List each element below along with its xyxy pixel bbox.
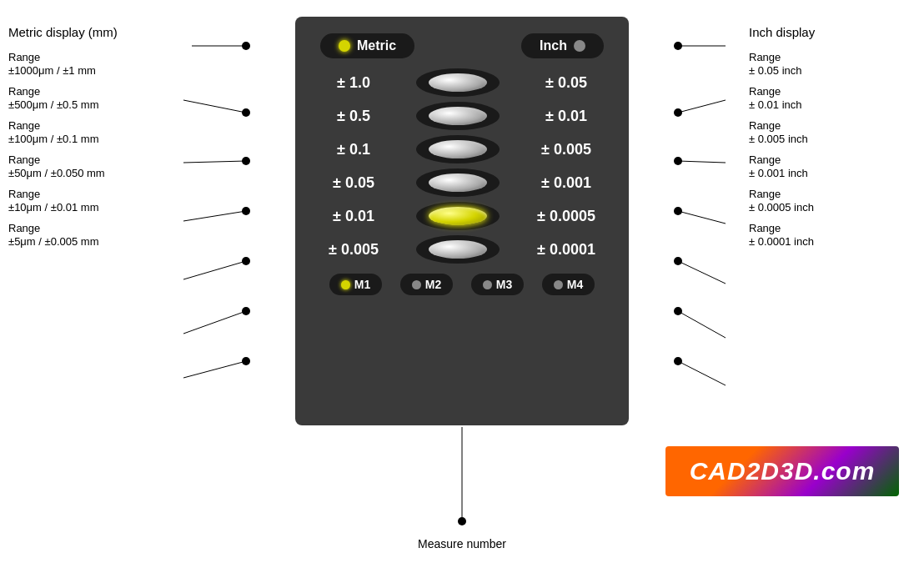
- range-row-2: ± 0.1 ± 0.005: [320, 135, 604, 163]
- m3-label: M3: [496, 278, 512, 291]
- right-range-3: Range ± 0.005 inch: [749, 119, 916, 145]
- inch-button[interactable]: Inch: [521, 33, 604, 58]
- range-row-0: ± 1.0 ± 0.05: [320, 68, 604, 97]
- m4-label: M4: [567, 278, 583, 291]
- oval-btn-2[interactable]: [416, 135, 500, 163]
- inch-val-5: ± 0.0001: [529, 241, 604, 259]
- range-row-1: ± 0.5 ± 0.01: [320, 102, 604, 130]
- inch-label: Inch: [540, 38, 567, 53]
- mode-row: Metric Inch: [320, 33, 604, 58]
- metric-label: Metric: [357, 38, 396, 53]
- left-range-1: Range ±1000μm / ±1 mm: [8, 51, 192, 77]
- m1-button[interactable]: M1: [329, 274, 382, 295]
- inch-val-2: ± 0.005: [529, 141, 604, 158]
- left-range-3: Range ±100μm / ±0.1 mm: [8, 119, 192, 145]
- range-row-3: ± 0.05 ± 0.001: [320, 168, 604, 197]
- line-right-5: [678, 311, 726, 338]
- line-right-6: [678, 361, 726, 385]
- right-range-4: Range ± 0.001 inch: [749, 153, 916, 179]
- m1-label: M1: [354, 278, 370, 291]
- range-row-5: ± 0.005 ± 0.0001: [320, 235, 604, 264]
- line-right-2: [678, 161, 726, 163]
- left-range-4: Range ±50μm / ±0.050 mm: [8, 153, 192, 179]
- metric-val-5: ± 0.005: [320, 241, 387, 259]
- metric-val-4: ± 0.01: [320, 208, 387, 225]
- metric-display-title: Metric display (mm): [8, 25, 192, 39]
- oval-btn-1[interactable]: [416, 102, 500, 130]
- dot-left-6: [242, 357, 250, 365]
- cad2d3d-logo: CAD2D3D.com: [665, 446, 899, 496]
- right-range-5: Range ± 0.0005 inch: [749, 188, 916, 214]
- metric-button[interactable]: Metric: [320, 33, 414, 58]
- line-right-3: [678, 211, 726, 224]
- inch-led: [574, 40, 585, 52]
- oval-inner-4: [429, 207, 487, 225]
- metric-val-3: ± 0.05: [320, 174, 387, 192]
- dot-right-2: [674, 157, 682, 165]
- metric-led: [339, 40, 350, 52]
- right-range-6: Range ± 0.0001 inch: [749, 222, 916, 248]
- logo-text: CAD2D3D.com: [690, 457, 876, 485]
- metric-val-2: ± 0.1: [320, 141, 387, 158]
- measure-number-label: Measure number: [418, 537, 506, 550]
- range-row-4: ± 0.01 ± 0.0005: [320, 202, 604, 230]
- line-left-6: [183, 361, 246, 378]
- oval-btn-5[interactable]: [416, 235, 500, 264]
- oval-inner-2: [429, 140, 487, 158]
- dot-left-3: [242, 207, 250, 215]
- left-range-6: Range ±5μm / ±0.005 mm: [8, 222, 192, 248]
- dot-left-2: [242, 157, 250, 165]
- m2-button[interactable]: M2: [400, 274, 453, 295]
- left-range-2: Range ±500μm / ±0.5 mm: [8, 85, 192, 111]
- inch-val-1: ± 0.01: [529, 108, 604, 125]
- dot-right-4: [674, 257, 682, 265]
- dot-right-6: [674, 357, 682, 365]
- dot-left-4: [242, 257, 250, 265]
- right-range-2: Range ± 0.01 inch: [749, 85, 916, 111]
- left-labels: Metric display (mm) Range ±1000μm / ±1 m…: [8, 25, 192, 256]
- m4-led: [554, 280, 563, 289]
- mode-buttons-row: M1 M2 M3 M4: [320, 274, 604, 295]
- oval-inner-1: [429, 107, 487, 125]
- oval-inner-3: [429, 173, 487, 192]
- m4-button[interactable]: M4: [542, 274, 595, 295]
- m2-label: M2: [425, 278, 441, 291]
- logo-background: CAD2D3D.com: [665, 446, 899, 496]
- device-panel: Metric Inch ± 1.0 ± 0.05 ± 0.5 ± 0.01 ± …: [295, 17, 629, 425]
- oval-btn-4[interactable]: [416, 202, 500, 230]
- line-left-4: [183, 261, 246, 279]
- left-range-5: Range ±10μm / ±0.01 mm: [8, 188, 192, 214]
- m3-button[interactable]: M3: [471, 274, 524, 295]
- line-left-3: [183, 211, 246, 221]
- right-range-1: Range ± 0.05 inch: [749, 51, 916, 77]
- dot-metric-title: [242, 42, 250, 50]
- dot-left-5: [242, 307, 250, 315]
- oval-btn-3[interactable]: [416, 168, 500, 197]
- device-container: Metric Inch ± 1.0 ± 0.05 ± 0.5 ± 0.01 ± …: [295, 17, 629, 459]
- inch-val-0: ± 0.05: [529, 74, 604, 92]
- dot-right-5: [674, 307, 682, 315]
- m2-led: [412, 280, 421, 289]
- dot-inch-title: [674, 42, 682, 50]
- inch-display-title: Inch display: [749, 25, 916, 39]
- line-left-2: [183, 161, 246, 163]
- line-left-1: [183, 100, 246, 113]
- line-right-1: [678, 100, 726, 113]
- line-right-4: [678, 261, 726, 284]
- dot-left-1: [242, 108, 250, 117]
- line-left-5: [183, 311, 246, 334]
- metric-val-0: ± 1.0: [320, 74, 387, 92]
- m1-led: [341, 280, 350, 289]
- right-labels: Inch display Range ± 0.05 inch Range ± 0…: [749, 25, 916, 256]
- oval-inner-5: [429, 240, 487, 259]
- oval-btn-0[interactable]: [416, 68, 500, 97]
- dot-right-3: [674, 207, 682, 215]
- inch-val-4: ± 0.0005: [529, 208, 604, 225]
- inch-val-3: ± 0.001: [529, 174, 604, 192]
- m3-led: [483, 280, 492, 289]
- dot-measure-number: [458, 517, 466, 525]
- dot-right-1: [674, 108, 682, 117]
- metric-val-1: ± 0.5: [320, 108, 387, 125]
- oval-inner-0: [429, 73, 487, 92]
